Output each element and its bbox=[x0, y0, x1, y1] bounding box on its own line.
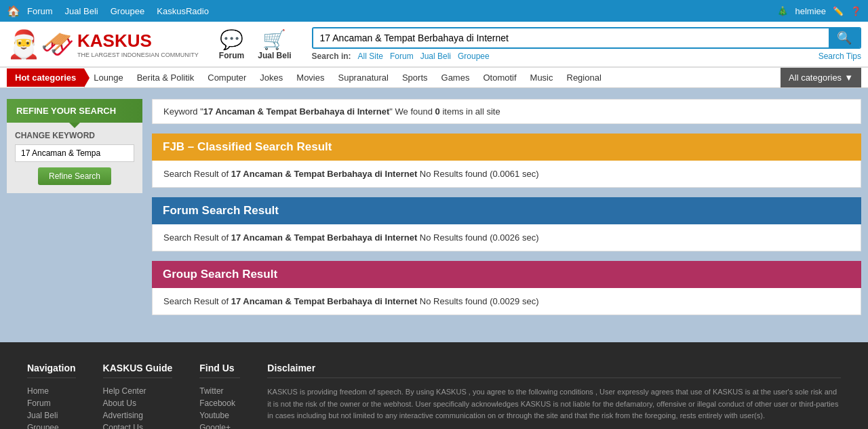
sidebar: REFINE YOUR SEARCH CHANGE KEYWORD Refine… bbox=[7, 99, 142, 325]
keyword-text-end: items in all site bbox=[440, 106, 500, 117]
footer-guide-heading: KASKUS Guide bbox=[103, 363, 173, 378]
footer-findus-facebook[interactable]: Facebook bbox=[199, 399, 240, 408]
forum-text-after: No Results found (0.0026 sec) bbox=[417, 232, 538, 243]
refine-search-button[interactable]: Refine Search bbox=[38, 167, 111, 185]
forum-header: Forum Search Result bbox=[152, 197, 861, 224]
fjb-cart-icon: 🛒 bbox=[262, 28, 286, 51]
keyword-text-before: Keyword " bbox=[163, 106, 203, 117]
fjb-keyword: 17 Ancaman & Tempat Berbahaya di Interne… bbox=[231, 169, 418, 179]
cat-supranatural[interactable]: Supranatural bbox=[331, 68, 395, 87]
help-icon[interactable]: ❓ bbox=[850, 6, 861, 16]
cat-computer[interactable]: Computer bbox=[201, 68, 253, 87]
fjb-section: FJB – Classified Search Result Search Re… bbox=[152, 134, 861, 188]
search-forum[interactable]: Forum bbox=[390, 52, 414, 61]
cat-regional[interactable]: Regional bbox=[560, 68, 608, 87]
cat-movies[interactable]: Movies bbox=[290, 68, 331, 87]
quick-nav: 💬 Forum 🛒 Jual Beli bbox=[219, 28, 292, 60]
footer-kaskus-guide: KASKUS Guide Help Center About Us Advert… bbox=[103, 363, 173, 429]
change-keyword-label: CHANGE KEYWORD bbox=[15, 131, 134, 140]
keyword-count: 0 bbox=[435, 106, 440, 117]
logo-subtitle: THE LARGEST INDONESIAN COMMUNITY bbox=[77, 52, 199, 58]
footer-findus-youtube[interactable]: Youtube bbox=[199, 411, 240, 420]
footer-nav-home[interactable]: Home bbox=[27, 386, 76, 396]
group-keyword: 17 Ancaman & Tempat Berbahaya di Interne… bbox=[231, 296, 418, 306]
all-categories[interactable]: All categories ▼ bbox=[781, 68, 861, 87]
footer-guide-help[interactable]: Help Center bbox=[103, 386, 173, 396]
search-all-site[interactable]: All Site bbox=[358, 52, 383, 61]
search-fjb[interactable]: Jual Beli bbox=[420, 52, 451, 61]
username: helmiee bbox=[795, 6, 826, 16]
results-area: Keyword "17 Ancaman & Tempat Berbahaya d… bbox=[152, 99, 861, 325]
search-groupee[interactable]: Groupee bbox=[458, 52, 490, 61]
main-container: REFINE YOUR SEARCH CHANGE KEYWORD Refine… bbox=[0, 88, 868, 335]
fjb-text-after: No Results found (0.0061 sec) bbox=[417, 169, 538, 179]
site-header: 🎅🛷 KASKUS THE LARGEST INDONESIAN COMMUNI… bbox=[0, 22, 868, 68]
footer-nav-heading: Navigation bbox=[27, 363, 76, 378]
sidebar-box: CHANGE KEYWORD Refine Search bbox=[7, 123, 142, 193]
logo-kaskus: KASKUS bbox=[77, 30, 152, 52]
edit-icon[interactable]: ✏️ bbox=[833, 6, 844, 16]
nav-forum[interactable]: Forum bbox=[27, 6, 53, 16]
keyword-bar: Keyword "17 Ancaman & Tempat Berbahaya d… bbox=[152, 99, 861, 124]
group-text-before: Search Result of bbox=[163, 296, 231, 306]
footer-disclaimer-text: KASKUS is providing freedom of speech. B… bbox=[267, 386, 841, 422]
search-bar: 🔍 bbox=[312, 27, 861, 49]
fjb-header: FJB – Classified Search Result bbox=[152, 134, 861, 161]
forum-icon: 💬 bbox=[220, 28, 243, 51]
footer-nav-jualbeli[interactable]: Jual Beli bbox=[27, 411, 76, 420]
footer-guide-about[interactable]: About Us bbox=[103, 399, 173, 408]
home-icon[interactable]: 🏠 bbox=[7, 5, 20, 18]
hot-categories[interactable]: Hot categories bbox=[7, 68, 84, 87]
nav-forum-icon[interactable]: 💬 Forum bbox=[219, 28, 244, 60]
forum-label: Forum bbox=[219, 51, 244, 60]
nav-fjb-icon[interactable]: 🛒 Jual Beli bbox=[258, 28, 291, 60]
footer-findus-twitter[interactable]: Twitter bbox=[199, 386, 240, 396]
forum-keyword: 17 Ancaman & Tempat Berbahaya di Interne… bbox=[231, 232, 418, 243]
keyword-text-after: " We found bbox=[389, 106, 435, 117]
chevron-down-icon: ▼ bbox=[844, 73, 853, 83]
group-header: Group Search Result bbox=[152, 261, 861, 288]
footer-guide-contact[interactable]: Contact Us bbox=[103, 423, 173, 429]
footer-disclaimer-heading: Disclaimer bbox=[267, 363, 841, 378]
footer-navigation: Navigation Home Forum Jual Beli Groupee … bbox=[27, 363, 76, 429]
search-button[interactable]: 🔍 bbox=[829, 28, 860, 47]
nav-jualbeli[interactable]: Jual Beli bbox=[65, 6, 98, 16]
footer-find-us: Find Us Twitter Facebook Youtube Google+… bbox=[199, 363, 240, 429]
fjb-body: Search Result of 17 Ancaman & Tempat Ber… bbox=[152, 161, 861, 188]
search-input[interactable] bbox=[313, 28, 829, 47]
keyword-input[interactable] bbox=[15, 144, 134, 162]
search-tips[interactable]: Search Tips bbox=[818, 52, 861, 61]
nav-groupee[interactable]: Groupee bbox=[111, 6, 145, 16]
footer-nav-groupee[interactable]: Groupee bbox=[27, 423, 76, 429]
keyword-text: 17 Ancaman & Tempat Berbahaya di Interne… bbox=[203, 106, 390, 117]
cat-otomotif[interactable]: Otomotif bbox=[476, 68, 523, 87]
user-area: 🎄 helmiee ✏️ ❓ bbox=[777, 6, 861, 16]
refine-header: REFINE YOUR SEARCH bbox=[7, 99, 142, 123]
footer-guide-advertising[interactable]: Advertising bbox=[103, 411, 173, 420]
search-options: Search in: All Site Forum Jual Beli Grou… bbox=[312, 52, 861, 61]
footer-findus-googleplus[interactable]: Google+ bbox=[199, 423, 240, 429]
footer-disclaimer: Disclaimer KASKUS is providing freedom o… bbox=[267, 363, 841, 429]
fjb-text-before: Search Result of bbox=[163, 169, 231, 179]
nav-kaskusradio[interactable]: KaskusRadio bbox=[157, 6, 209, 16]
cat-music[interactable]: Music bbox=[524, 68, 560, 87]
group-section: Group Search Result Search Result of 17 … bbox=[152, 261, 861, 315]
category-bar: Hot categories Lounge Berita & Politik C… bbox=[0, 68, 868, 88]
all-categories-label: All categories bbox=[789, 73, 842, 83]
user-avatar-icon: 🎄 bbox=[777, 6, 788, 16]
cat-berita[interactable]: Berita & Politik bbox=[130, 68, 201, 87]
search-area: 🔍 Search in: All Site Forum Jual Beli Gr… bbox=[312, 27, 861, 61]
logo-santa-icon: 🎅🛷 bbox=[7, 28, 75, 60]
top-navigation: 🏠 Forum Jual Beli Groupee KaskusRadio 🎄 … bbox=[0, 0, 868, 22]
cat-games[interactable]: Games bbox=[435, 68, 477, 87]
group-body: Search Result of 17 Ancaman & Tempat Ber… bbox=[152, 288, 861, 315]
footer: Navigation Home Forum Jual Beli Groupee … bbox=[0, 342, 868, 429]
cat-lounge[interactable]: Lounge bbox=[87, 68, 130, 87]
cat-jokes[interactable]: Jokes bbox=[253, 68, 290, 87]
cat-sports[interactable]: Sports bbox=[395, 68, 435, 87]
footer-nav-forum[interactable]: Forum bbox=[27, 399, 76, 408]
logo-area: 🎅🛷 KASKUS THE LARGEST INDONESIAN COMMUNI… bbox=[7, 28, 199, 60]
forum-body: Search Result of 17 Ancaman & Tempat Ber… bbox=[152, 224, 861, 251]
footer-columns: Navigation Home Forum Jual Beli Groupee … bbox=[27, 363, 841, 429]
group-text-after: No Results found (0.0029 sec) bbox=[417, 296, 538, 306]
